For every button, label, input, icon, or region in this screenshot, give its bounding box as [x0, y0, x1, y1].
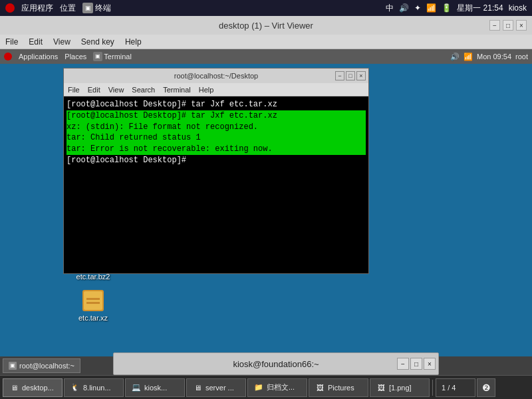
inner-places[interactable]: Places — [65, 53, 86, 61]
virt-viewer-maximize[interactable]: □ — [503, 20, 513, 31]
inner-taskbar-label: root@localhost:~ — [19, 362, 74, 370]
inner-user: root — [515, 53, 528, 61]
pictures-icon-task: 🖼 — [315, 382, 325, 393]
inner-topbar-left: Applications Places ▣ Terminal — [4, 52, 132, 61]
terminal-titlebar: root@localhost:~/Desktop − □ × — [64, 68, 368, 83]
desktop-icon-etc-tar-xz[interactable]: etc.tar.xz — [72, 289, 114, 322]
inner-audio-icon: 🔊 — [450, 53, 460, 61]
term-line-2: [root@localhost Desktop]# tar Jxf etc.ta… — [66, 110, 366, 122]
taskbar-archive-label: 归档文... — [267, 382, 295, 392]
inner-time: Mon 09:54 — [477, 53, 511, 61]
term-line-3: xz: (stdin): File format not recognized. — [66, 122, 366, 133]
system-bar-right: 中 🔊 ✦ 📶 🔋 星期一 21:54 kiosk — [386, 3, 527, 14]
menu-help[interactable]: Help — [125, 37, 142, 47]
term-menu-help[interactable]: Help — [199, 86, 214, 94]
system-time: 星期一 21:54 — [457, 3, 503, 14]
kiosk-bar: kiosk@foundation66:~ − □ × — [113, 352, 439, 375]
terminal-menu-bar: File Edit View Search Terminal Help — [64, 83, 368, 96]
nav-circle-icon: ❷ — [482, 382, 491, 393]
term-line-5: tar: Error is not recoverable: exiting n… — [66, 144, 366, 155]
desktop-icon-task: 🖥 — [9, 382, 19, 393]
package-icon-xz — [81, 289, 105, 313]
location-menu[interactable]: 位置 — [60, 3, 76, 14]
terminal-minimize[interactable]: − — [335, 71, 344, 80]
taskbar-linux-label: 8.linun... — [83, 384, 111, 392]
system-bar-left: 应用程序 位置 ▣ 终端 — [5, 3, 111, 14]
taskbar-item-png[interactable]: 🖼 [1.png] — [370, 378, 430, 397]
archive-icon-task: 📁 — [253, 382, 264, 393]
virt-viewer-title: desktop (1) – Virt Viewer — [219, 21, 313, 31]
virt-viewer-minimize[interactable]: − — [489, 20, 500, 31]
terminal-menu-item[interactable]: 终端 — [95, 3, 111, 14]
taskbar-kiosk-label: kiosk... — [144, 384, 167, 392]
taskbar-desktop-label: desktop... — [22, 384, 54, 392]
page-number: 1 / 4 — [442, 384, 456, 392]
taskbar-png-label: [1.png] — [389, 384, 412, 392]
term-menu-view[interactable]: View — [108, 86, 124, 94]
volume-icon: 🔊 — [399, 3, 409, 13]
terminal-body[interactable]: [root@localhost Desktop]# tar Jxf etc.ta… — [64, 96, 368, 273]
term-menu-edit[interactable]: Edit — [88, 86, 100, 94]
taskbar-item-desktop[interactable]: 🖥 desktop... — [3, 378, 63, 397]
audio-indicator: 中 — [386, 3, 394, 14]
kiosk-maximize[interactable]: □ — [410, 358, 422, 370]
terminal-maximize[interactable]: □ — [346, 71, 355, 80]
menu-edit[interactable]: Edit — [29, 37, 43, 47]
inner-network-icon: 📶 — [464, 53, 473, 61]
etc-tar-xz-label: etc.tar.xz — [78, 314, 108, 322]
term-line-4: tar: Child returned status 1 — [66, 132, 366, 144]
taskbar: 🖥 desktop... 🐧 8.linun... 💻 kiosk... 🖥 s… — [0, 375, 532, 399]
terminal-window-buttons: − □ × — [335, 71, 366, 80]
virt-viewer-close[interactable]: × — [516, 20, 527, 31]
kiosk-close[interactable]: × — [424, 358, 436, 370]
terminal-title: root@localhost:~/Desktop — [174, 72, 258, 80]
term-line-6: [root@localhost Desktop]# — [66, 155, 366, 166]
inner-topbar: Applications Places ▣ Terminal 🔊 📶 Mon 0… — [0, 49, 532, 64]
system-user: kiosk — [509, 3, 527, 13]
term-menu-file[interactable]: File — [68, 86, 80, 94]
terminal-window: root@localhost:~/Desktop − □ × File Edit… — [63, 68, 369, 274]
virt-viewer-controls: − □ × — [489, 20, 527, 31]
menu-send-key[interactable]: Send key — [81, 37, 114, 47]
wifi-icon: 📶 — [426, 3, 436, 13]
inner-topbar-right: 🔊 📶 Mon 09:54 root — [450, 53, 528, 61]
term-line-1: [root@localhost Desktop]# tar Jxf etc.ta… — [66, 99, 366, 110]
linux-icon-task: 🐧 — [70, 382, 80, 393]
kiosk-icon-task: 💻 — [131, 382, 142, 393]
svg-rect-18 — [86, 298, 100, 300]
taskbar-nav-btn[interactable]: ❷ — [477, 378, 495, 397]
taskbar-server-label: server ... — [205, 384, 234, 392]
taskbar-pictures-label: Pictures — [328, 384, 354, 392]
inner-taskbar-terminal[interactable]: ▣ root@localhost:~ — [3, 358, 80, 373]
kiosk-bar-buttons: − □ × — [397, 358, 436, 370]
bluetooth-icon: ✦ — [414, 3, 421, 13]
taskbar-item-linux[interactable]: 🐧 8.linun... — [64, 378, 124, 397]
apps-menu[interactable]: 应用程序 — [21, 3, 53, 14]
svg-rect-17 — [84, 291, 102, 310]
kiosk-minimize[interactable]: − — [397, 358, 409, 370]
kiosk-title: kiosk@foundation66:~ — [233, 359, 319, 369]
svg-rect-19 — [86, 302, 100, 304]
taskbar-divider — [432, 380, 433, 396]
inner-applications[interactable]: Applications — [19, 53, 58, 61]
virt-viewer-titlebar: desktop (1) – Virt Viewer − □ × — [0, 16, 532, 35]
taskbar-item-server[interactable]: 🖥 server ... — [186, 378, 246, 397]
menu-view[interactable]: View — [53, 37, 70, 47]
virt-viewer-menu: File Edit View Send key Help — [0, 35, 532, 49]
png-icon-task: 🖼 — [376, 382, 386, 393]
system-bar: 应用程序 位置 ▣ 终端 中 🔊 ✦ 📶 🔋 星期一 21:54 kiosk — [0, 0, 532, 16]
inner-desktop: Applications Places ▣ Terminal 🔊 📶 Mon 0… — [0, 49, 532, 399]
taskbar-item-pictures[interactable]: 🖼 Pictures — [309, 378, 368, 397]
taskbar-item-kiosk[interactable]: 💻 kiosk... — [125, 378, 185, 397]
inner-terminal[interactable]: Terminal — [104, 53, 132, 61]
server-icon-task: 🖥 — [192, 382, 203, 393]
terminal-close[interactable]: × — [356, 71, 366, 80]
virt-viewer-window: desktop (1) – Virt Viewer − □ × File Edi… — [0, 16, 532, 399]
taskbar-item-archive[interactable]: 📁 归档文... — [247, 378, 307, 397]
term-menu-search[interactable]: Search — [132, 86, 155, 94]
term-menu-terminal[interactable]: Terminal — [163, 86, 191, 94]
battery-icon: 🔋 — [442, 3, 452, 13]
menu-file[interactable]: File — [5, 37, 18, 47]
taskbar-page-info: 1 / 4 — [436, 378, 475, 397]
